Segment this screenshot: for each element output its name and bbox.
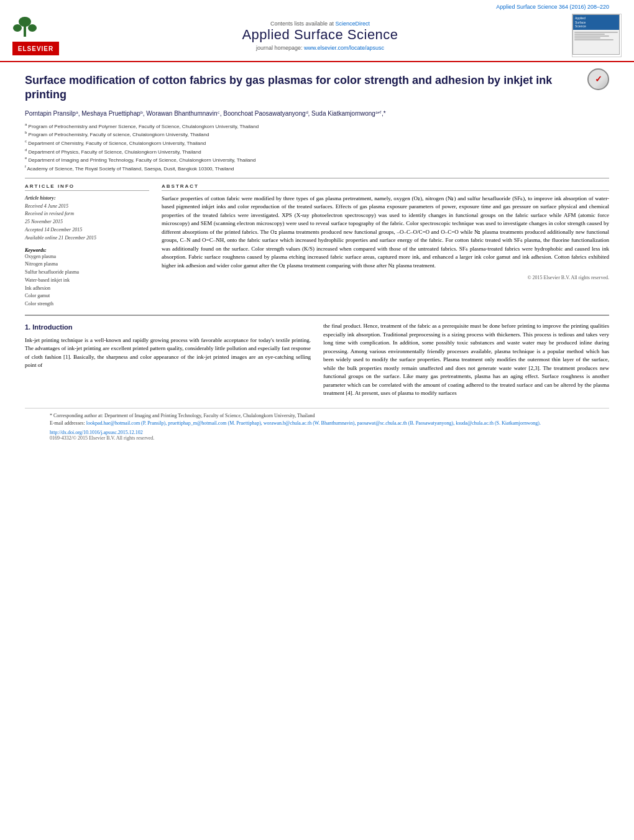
affiliation-c: c Department of Chemistry, Faculty of Sc… xyxy=(25,139,609,147)
homepage-links: journal homepage: www.elsevier.com/locat… xyxy=(68,45,572,51)
article-info-heading: ARTICLE INFO xyxy=(25,183,149,191)
elsevier-text: ELSEVIER xyxy=(12,42,59,55)
affiliation-f: f Academy of Science, The Royal Society … xyxy=(25,164,609,173)
keyword-2: Nitrogen plasma xyxy=(25,261,149,269)
authors: Porntapin Pransilpᵃ, Meshaya Pruettiphap… xyxy=(25,109,609,118)
online-date: Available online 21 December 2015 xyxy=(25,234,149,242)
keyword-7: Color strength xyxy=(25,300,149,308)
keywords-title: Keywords: xyxy=(25,247,149,253)
thumb-header-text: AppliedSurfaceScience xyxy=(573,15,619,30)
divider xyxy=(25,178,609,178)
contents-links: Contents lists available at ScienceDirec… xyxy=(68,21,572,27)
abstract-text: Surface properties of cotton fabric were… xyxy=(162,195,609,270)
intro-para-2: the final product. Hence, treatment of t… xyxy=(323,322,609,398)
keyword-6: Color gamut xyxy=(25,292,149,300)
journal-thumbnail: AppliedSurfaceScience xyxy=(572,14,622,57)
citation-bar: Applied Surface Science 364 (2016) 208–2… xyxy=(0,0,634,10)
intro-title: 1. Introduction xyxy=(25,322,311,333)
doi-line[interactable]: http://dx.doi.org/10.1016/j.apsusc.2015.… xyxy=(50,430,584,435)
issn-line: 0169-4332/© 2015 Elsevier B.V. All right… xyxy=(50,435,584,441)
body-section: 1. Introduction Ink-jet printing techniq… xyxy=(25,315,609,402)
sciencedirect-link[interactable]: ScienceDirect xyxy=(336,21,370,27)
history-title: Article history: xyxy=(25,195,149,203)
citation-text: Applied Surface Science 364 (2016) 208–2… xyxy=(496,2,622,10)
keyword-4: Water-based inkjet ink xyxy=(25,277,149,285)
copyright: © 2015 Elsevier B.V. All rights reserved… xyxy=(162,275,609,280)
homepage-link[interactable]: www.elsevier.com/locate/apsusc xyxy=(304,45,384,51)
journal-header-center: Contents lists available at ScienceDirec… xyxy=(68,21,572,51)
page: Applied Surface Science 364 (2016) 208–2… xyxy=(0,0,634,840)
received-date: Received 4 June 2015 xyxy=(25,203,149,211)
revised-date-2: 25 November 2015 xyxy=(25,218,149,226)
crossmark-badge[interactable]: ✓ xyxy=(587,68,609,90)
affiliations: a Program of Petrochemistry and Polymer … xyxy=(25,122,609,173)
keywords-section: Keywords: Oxygen plasma Nitrogen plasma … xyxy=(25,247,149,309)
article-content: Surface modification of cotton fabrics b… xyxy=(0,62,634,451)
svg-point-1 xyxy=(19,17,31,27)
email-label: E-mail addresses: xyxy=(50,420,85,426)
svg-rect-4 xyxy=(24,25,26,37)
svg-point-3 xyxy=(28,24,37,32)
article-title: Surface modification of cotton fabrics b… xyxy=(25,73,581,103)
article-info-col: ARTICLE INFO Article history: Received 4… xyxy=(25,183,149,308)
revised-date: Received in revised form xyxy=(25,210,149,218)
affiliation-e: e Department of Imaging and Printing Tec… xyxy=(25,155,609,164)
elsevier-icon-svg xyxy=(12,16,59,40)
footer-section: * Corresponding author at: Department of… xyxy=(25,408,609,445)
keyword-5: Ink adhesion xyxy=(25,285,149,293)
intro-para-1: Ink-jet printing technique is a well-kno… xyxy=(25,336,311,370)
info-abstract-section: ARTICLE INFO Article history: Received 4… xyxy=(25,183,609,308)
affiliation-d: d Department of Physics, Faculty of Scie… xyxy=(25,147,609,156)
keyword-1: Oxygen plasma xyxy=(25,253,149,261)
body-col-right: the final product. Hence, treatment of t… xyxy=(323,322,609,402)
affiliation-b: b Program of Petrochemistry, Faculty of … xyxy=(25,130,609,139)
accepted-date: Accepted 14 December 2015 xyxy=(25,226,149,234)
corresponding-author-note: * Corresponding author at: Department of… xyxy=(50,412,584,420)
abstract-col: ABSTRACT Surface properties of cotton fa… xyxy=(162,183,609,308)
keyword-3: Sulfur hexafluoride plasma xyxy=(25,269,149,277)
article-history: Article history: Received 4 June 2015 Re… xyxy=(25,195,149,242)
body-col-left: 1. Introduction Ink-jet printing techniq… xyxy=(25,322,311,402)
journal-name: Applied Surface Science xyxy=(68,27,572,43)
title-row: Surface modification of cotton fabrics b… xyxy=(25,68,609,109)
elsevier-logo: ELSEVIER xyxy=(12,16,68,55)
email-links[interactable]: lookpad.hae@hotmail.com (P. Pransilp), p… xyxy=(86,420,541,426)
body-two-col: 1. Introduction Ink-jet printing techniq… xyxy=(25,322,609,402)
abstract-heading: ABSTRACT xyxy=(162,183,609,191)
journal-header: ELSEVIER Contents lists available at Sci… xyxy=(0,10,634,62)
affiliation-a: a Program of Petrochemistry and Polymer … xyxy=(25,122,609,131)
svg-point-2 xyxy=(13,24,22,32)
email-note: E-mail addresses: lookpad.hae@hotmail.co… xyxy=(50,420,584,427)
